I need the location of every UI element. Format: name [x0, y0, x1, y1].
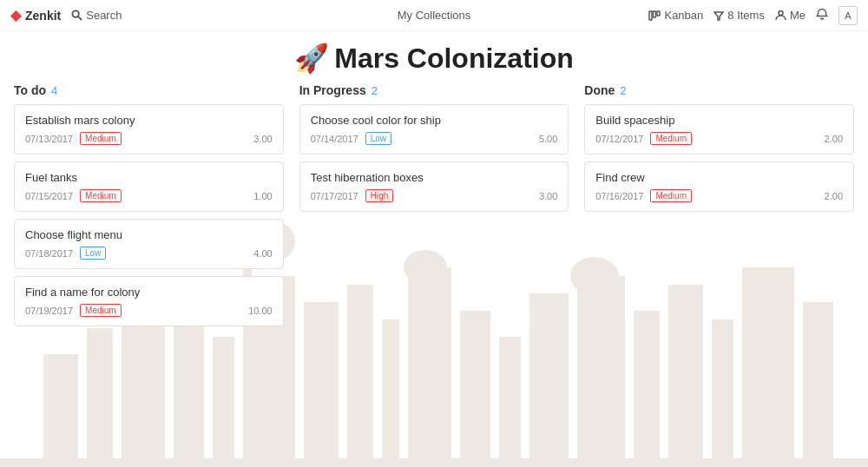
- card-meta: 07/17/2017 High 3.00: [311, 189, 558, 202]
- logo[interactable]: ◆ Zenkit: [10, 7, 61, 23]
- svg-rect-19: [499, 337, 521, 467]
- card-meta: 07/19/2017 Medium 10.00: [25, 304, 273, 317]
- svg-rect-4: [657, 11, 660, 16]
- svg-rect-22: [634, 311, 660, 467]
- card-meta: 07/15/2017 Medium 1.00: [25, 189, 273, 202]
- card-meta: 07/13/2017 Medium 3.00: [25, 132, 273, 145]
- svg-rect-16: [382, 319, 399, 467]
- card-date: 07/18/2017: [25, 248, 73, 259]
- column-title: Done: [584, 83, 615, 97]
- card-points: 3.00: [539, 191, 557, 201]
- search-label: Search: [86, 9, 122, 22]
- card-date: 07/17/2017: [311, 191, 358, 201]
- nav-left: ◆ Zenkit Search: [10, 7, 293, 23]
- card-priority-badge: Low: [80, 247, 106, 260]
- bell-icon: [816, 8, 828, 20]
- kanban-button[interactable]: Kanban: [648, 9, 703, 22]
- card-date: 07/15/2017: [25, 191, 73, 201]
- page-title: 🚀Mars Colonization: [0, 42, 868, 75]
- card-title: Find a name for colony: [25, 286, 273, 299]
- card-date: 07/19/2017: [25, 306, 73, 316]
- svg-rect-8: [87, 328, 113, 467]
- card-title: Establish mars colony: [25, 114, 273, 127]
- card-priority-badge: Medium: [650, 132, 692, 145]
- notification-button[interactable]: [816, 8, 828, 23]
- svg-rect-9: [122, 311, 165, 467]
- user-icon: [775, 10, 786, 21]
- kanban-board: To do 4 Establish mars colony 07/13/2017…: [0, 83, 868, 333]
- search-button[interactable]: Search: [71, 9, 122, 22]
- card-todo-0[interactable]: Establish mars colony 07/13/2017 Medium …: [14, 104, 284, 155]
- card-points: 1.00: [253, 191, 272, 201]
- card-title: Choose cool color for ship: [311, 114, 558, 127]
- items-label: 8 Items: [727, 9, 765, 22]
- search-icon: [71, 10, 82, 21]
- nav-center: My Collections: [293, 9, 575, 22]
- filter-icon: [713, 10, 724, 21]
- card-date: 07/16/2017: [595, 191, 643, 201]
- nav-right: Kanban 8 Items Me A: [575, 6, 858, 25]
- svg-rect-3: [654, 11, 656, 17]
- card-priority-badge: Low: [365, 132, 391, 145]
- card-title: Find crew: [595, 171, 843, 184]
- card-todo-3[interactable]: Find a name for colony 07/19/2017 Medium…: [14, 276, 284, 326]
- column-count: 2: [372, 84, 378, 97]
- filter-button[interactable]: 8 Items: [713, 9, 765, 22]
- column-title: In Progress: [299, 83, 366, 97]
- card-priority-badge: High: [365, 189, 394, 202]
- card-title: Test hibernation boxes: [311, 171, 558, 184]
- svg-point-0: [73, 10, 79, 16]
- card-meta: 07/18/2017 Low 4.00: [25, 247, 273, 260]
- column-done: Done 2 Build spaceship 07/12/2017 Medium…: [584, 83, 854, 333]
- svg-rect-30: [0, 458, 868, 467]
- logo-text: Zenkit: [25, 9, 61, 23]
- column-header-inprogress: In Progress 2: [299, 83, 569, 97]
- card-inprogress-1[interactable]: Test hibernation boxes 07/17/2017 High 3…: [299, 161, 569, 212]
- kanban-icon: [648, 10, 661, 22]
- svg-marker-5: [714, 12, 723, 20]
- card-todo-2[interactable]: Choose flight menu 07/18/2017 Low 4.00: [14, 219, 284, 269]
- svg-rect-11: [213, 337, 234, 467]
- card-done-0[interactable]: Build spaceship 07/12/2017 Medium 2.00: [584, 104, 854, 155]
- card-title: Build spaceship: [595, 114, 843, 127]
- page-title-section: 🚀Mars Colonization: [0, 31, 868, 83]
- svg-line-1: [78, 16, 82, 20]
- card-inprogress-0[interactable]: Choose cool color for ship 07/14/2017 Lo…: [299, 104, 569, 155]
- svg-rect-24: [712, 319, 733, 467]
- column-header-todo: To do 4: [14, 83, 284, 97]
- column-title: To do: [14, 83, 46, 97]
- card-todo-1[interactable]: Fuel tanks 07/15/2017 Medium 1.00: [14, 161, 284, 212]
- card-points: 2.00: [825, 191, 843, 201]
- me-button[interactable]: Me: [775, 9, 806, 22]
- card-priority-badge: Medium: [80, 304, 122, 317]
- logo-diamond-icon: ◆: [10, 7, 21, 23]
- card-priority-badge: Medium: [650, 189, 692, 202]
- card-points: 4.00: [253, 248, 272, 259]
- column-inprogress: In Progress 2 Choose cool color for ship…: [299, 83, 569, 333]
- avatar[interactable]: A: [838, 6, 858, 25]
- card-priority-badge: Medium: [80, 189, 122, 202]
- card-points: 3.00: [253, 134, 272, 144]
- card-done-1[interactable]: Find crew 07/16/2017 Medium 2.00: [584, 161, 854, 212]
- rocket-icon: 🚀: [294, 43, 329, 74]
- card-title: Fuel tanks: [25, 171, 273, 184]
- navbar: ◆ Zenkit Search My Collections Kanban: [0, 0, 868, 31]
- card-points: 2.00: [825, 134, 843, 144]
- collections-label[interactable]: My Collections: [398, 9, 471, 22]
- column-count: 4: [51, 84, 57, 97]
- column-count: 2: [620, 84, 626, 97]
- card-title: Choose flight menu: [25, 228, 273, 241]
- svg-rect-7: [43, 354, 78, 467]
- card-meta: 07/16/2017 Medium 2.00: [595, 189, 843, 202]
- card-date: 07/13/2017: [25, 134, 73, 144]
- card-points: 10.00: [248, 306, 273, 316]
- card-points: 5.00: [539, 134, 557, 144]
- me-label: Me: [790, 9, 806, 22]
- card-meta: 07/12/2017 Medium 2.00: [595, 132, 843, 145]
- card-date: 07/12/2017: [595, 134, 643, 144]
- svg-point-6: [779, 11, 783, 16]
- card-date: 07/14/2017: [311, 134, 358, 144]
- kanban-label: Kanban: [664, 9, 703, 22]
- card-priority-badge: Medium: [80, 132, 122, 145]
- column-header-done: Done 2: [584, 83, 854, 97]
